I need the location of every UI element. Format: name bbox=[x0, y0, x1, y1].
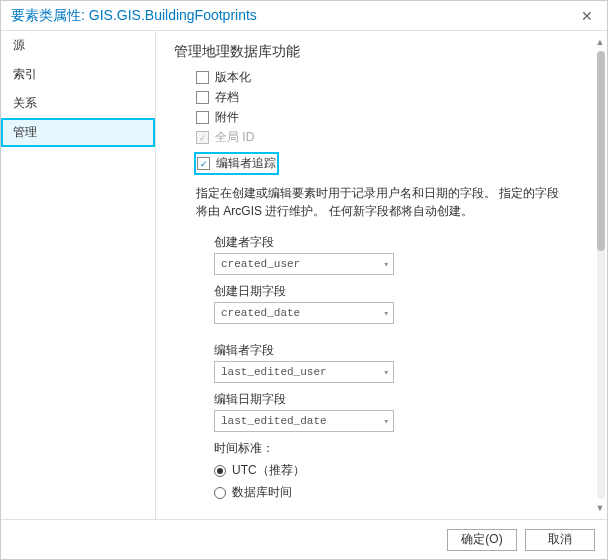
field-label: 创建者字段 bbox=[214, 234, 587, 251]
sidebar-item-relation[interactable]: 关系 bbox=[1, 89, 155, 118]
checkbox-icon: ✓ bbox=[197, 157, 210, 170]
field-group-creator: 创建者字段 created_user ▾ bbox=[214, 234, 587, 275]
footer: 确定(O) 取消 bbox=[1, 519, 607, 559]
select-value: created_date bbox=[221, 307, 300, 319]
button-label: 取消 bbox=[548, 531, 572, 548]
time-standard-group: 时间标准： UTC（推荐） 数据库时间 bbox=[214, 440, 587, 501]
scrollbar[interactable] bbox=[597, 51, 605, 499]
sidebar-item-label: 关系 bbox=[13, 96, 37, 110]
main-panel: ▲ ▼ 管理地理数据库功能 版本化 存档 附件 ✓ 全局 ID bbox=[156, 31, 607, 519]
radio-row-db-time[interactable]: 数据库时间 bbox=[214, 484, 587, 501]
scroll-down-icon[interactable]: ▼ bbox=[595, 503, 605, 513]
sidebar: 源 索引 关系 管理 bbox=[1, 31, 156, 519]
field-group-edited-date: 编辑日期字段 last_edited_date ▾ bbox=[214, 391, 587, 432]
field-label: 创建日期字段 bbox=[214, 283, 587, 300]
checkbox-icon: ✓ bbox=[196, 131, 209, 144]
checkbox-label: 版本化 bbox=[215, 69, 251, 86]
close-icon: ✕ bbox=[581, 8, 593, 24]
select-created-date-field[interactable]: created_date ▾ bbox=[214, 302, 394, 324]
checkbox-label: 编辑者追踪 bbox=[216, 155, 276, 172]
checkbox-label: 附件 bbox=[215, 109, 239, 126]
radio-label: 数据库时间 bbox=[232, 484, 292, 501]
ok-button[interactable]: 确定(O) bbox=[447, 529, 517, 551]
checkbox-icon bbox=[196, 91, 209, 104]
content-area: 源 索引 关系 管理 ▲ ▼ 管理地理数据库功能 版本化 存档 附件 bbox=[1, 31, 607, 519]
scroll-thumb[interactable] bbox=[597, 51, 605, 251]
checkbox-row-archiving[interactable]: 存档 bbox=[196, 89, 587, 106]
sidebar-item-label: 索引 bbox=[13, 67, 37, 81]
chevron-down-icon: ▾ bbox=[384, 416, 389, 427]
checkbox-label: 全局 ID bbox=[215, 129, 254, 146]
radio-label: UTC（推荐） bbox=[232, 462, 305, 479]
sidebar-item-source[interactable]: 源 bbox=[1, 31, 155, 60]
sidebar-item-manage[interactable]: 管理 bbox=[1, 118, 155, 147]
radio-row-utc[interactable]: UTC（推荐） bbox=[214, 462, 587, 479]
radio-icon bbox=[214, 487, 226, 499]
sidebar-item-label: 管理 bbox=[13, 125, 37, 139]
select-edited-date-field[interactable]: last_edited_date ▾ bbox=[214, 410, 394, 432]
window-title: 要素类属性: GIS.GIS.BuildingFootprints bbox=[11, 7, 257, 25]
chevron-down-icon: ▾ bbox=[384, 308, 389, 319]
field-label: 编辑者字段 bbox=[214, 342, 587, 359]
close-button[interactable]: ✕ bbox=[567, 1, 607, 31]
section-title: 管理地理数据库功能 bbox=[174, 43, 587, 61]
scroll-up-icon[interactable]: ▲ bbox=[595, 37, 605, 47]
checkbox-row-versioning[interactable]: 版本化 bbox=[196, 69, 587, 86]
field-label: 编辑日期字段 bbox=[214, 391, 587, 408]
editor-tracking-description: 指定在创建或编辑要素时用于记录用户名和日期的字段。 指定的字段将由 ArcGIS… bbox=[196, 184, 565, 220]
time-standard-label: 时间标准： bbox=[214, 440, 587, 457]
chevron-down-icon: ▾ bbox=[384, 259, 389, 270]
radio-icon bbox=[214, 465, 226, 477]
select-value: last_edited_date bbox=[221, 415, 327, 427]
checkbox-row-attachments[interactable]: 附件 bbox=[196, 109, 587, 126]
select-value: last_edited_user bbox=[221, 366, 327, 378]
sidebar-item-index[interactable]: 索引 bbox=[1, 60, 155, 89]
checkbox-label: 存档 bbox=[215, 89, 239, 106]
cancel-button[interactable]: 取消 bbox=[525, 529, 595, 551]
checkbox-icon bbox=[196, 71, 209, 84]
select-value: created_user bbox=[221, 258, 300, 270]
chevron-down-icon: ▾ bbox=[384, 367, 389, 378]
field-group-created-date: 创建日期字段 created_date ▾ bbox=[214, 283, 587, 324]
sidebar-item-label: 源 bbox=[13, 38, 25, 52]
titlebar: 要素类属性: GIS.GIS.BuildingFootprints ✕ bbox=[1, 1, 607, 31]
select-editor-field[interactable]: last_edited_user ▾ bbox=[214, 361, 394, 383]
checkbox-row-editor-tracking[interactable]: ✓ 编辑者追踪 bbox=[194, 152, 279, 175]
field-group-editor: 编辑者字段 last_edited_user ▾ bbox=[214, 342, 587, 383]
checkbox-icon bbox=[196, 111, 209, 124]
button-label: 确定(O) bbox=[461, 531, 502, 548]
checkbox-row-global-id[interactable]: ✓ 全局 ID bbox=[196, 129, 587, 146]
select-creator-field[interactable]: created_user ▾ bbox=[214, 253, 394, 275]
